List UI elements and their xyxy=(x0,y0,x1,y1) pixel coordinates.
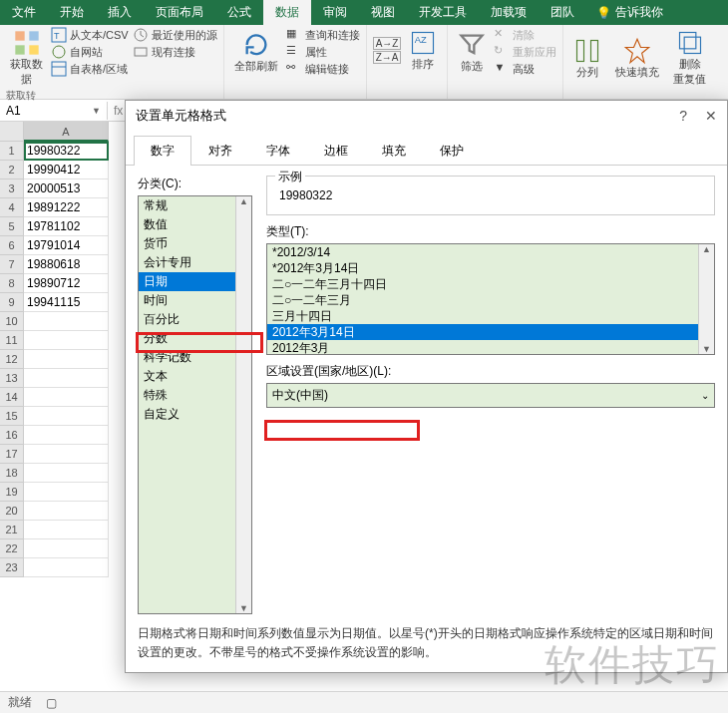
cell[interactable] xyxy=(24,350,109,369)
row-header[interactable]: 16 xyxy=(0,426,24,445)
col-header[interactable]: A xyxy=(24,122,109,142)
cell[interactable]: 19890712 xyxy=(24,274,109,293)
row-header[interactable]: 7 xyxy=(0,255,24,274)
category-list[interactable]: 常规数值货币会计专用日期时间百分比分数科学记数文本特殊自定义▲▼ xyxy=(138,195,252,614)
namebox-dropdown-icon[interactable]: ▼ xyxy=(92,106,101,116)
type-item[interactable]: 2012年3月 xyxy=(267,340,714,355)
row-header[interactable]: 21 xyxy=(0,521,24,539)
ribbon-tab-1[interactable]: 开始 xyxy=(48,0,96,25)
row-header[interactable]: 9 xyxy=(0,293,24,312)
properties[interactable]: ☰属性 xyxy=(286,44,360,60)
edit-links[interactable]: ⚯编辑链接 xyxy=(286,61,360,77)
tell-me[interactable]: 💡告诉我你 xyxy=(596,0,663,25)
ribbon-tab-10[interactable]: 团队 xyxy=(539,0,586,25)
row-header[interactable]: 17 xyxy=(0,445,24,464)
ribbon-tab-2[interactable]: 插入 xyxy=(96,0,144,25)
cell[interactable]: 19880618 xyxy=(24,255,109,274)
row-header[interactable]: 18 xyxy=(0,464,24,483)
filter-button[interactable]: 筛选 xyxy=(454,27,490,77)
cell[interactable] xyxy=(24,521,109,539)
recent-sources[interactable]: 最近使用的源 xyxy=(133,27,217,43)
locale-select[interactable]: 中文(中国) ⌄ xyxy=(266,383,715,408)
row-header[interactable]: 3 xyxy=(0,179,24,198)
remove-dup[interactable]: 删除 重复值 xyxy=(669,27,710,89)
row-header[interactable]: 11 xyxy=(0,331,24,350)
close-button[interactable]: ✕ xyxy=(705,108,717,124)
row-header[interactable]: 13 xyxy=(0,369,24,388)
category-scrollbar[interactable]: ▲▼ xyxy=(235,196,251,613)
cell[interactable] xyxy=(24,388,109,407)
type-item[interactable]: 二○一二年三月 xyxy=(267,292,714,308)
row-header[interactable]: 15 xyxy=(0,407,24,426)
type-item[interactable]: 2012年3月14日 xyxy=(267,324,714,340)
help-button[interactable]: ? xyxy=(679,108,687,124)
get-data-button[interactable]: 获取数 据 xyxy=(6,27,47,89)
type-item[interactable]: 三月十四日 xyxy=(267,308,714,324)
clear-filter[interactable]: ✕清除 xyxy=(494,27,556,43)
row-header[interactable]: 22 xyxy=(0,539,24,558)
cell[interactable]: 19891222 xyxy=(24,198,109,217)
row-header[interactable]: 23 xyxy=(0,558,24,577)
type-item[interactable]: *2012/3/14 xyxy=(267,244,714,260)
type-list[interactable]: *2012/3/14*2012年3月14日二○一二年三月十四日二○一二年三月三月… xyxy=(266,243,715,355)
dialog-tab-4[interactable]: 填充 xyxy=(365,136,423,166)
cell[interactable]: 19941115 xyxy=(24,293,109,312)
cell[interactable] xyxy=(24,445,109,464)
row-header[interactable]: 5 xyxy=(0,217,24,236)
cell[interactable] xyxy=(24,464,109,483)
dialog-tab-0[interactable]: 数字 xyxy=(134,136,191,166)
ribbon-tab-6[interactable]: 审阅 xyxy=(311,0,359,25)
existing-conn[interactable]: 现有连接 xyxy=(133,44,217,60)
cell[interactable]: 19791014 xyxy=(24,236,109,255)
text-to-cols[interactable]: 分列 xyxy=(569,27,605,89)
ribbon-tab-5[interactable]: 数据 xyxy=(263,0,311,25)
type-scrollbar[interactable]: ▲▼ xyxy=(698,244,714,354)
row-header[interactable]: 1 xyxy=(0,142,24,161)
ribbon-tab-8[interactable]: 开发工具 xyxy=(407,0,479,25)
type-item[interactable]: *2012年3月14日 xyxy=(267,260,714,276)
refresh-all-button[interactable]: 全部刷新 xyxy=(230,27,282,77)
row-header[interactable]: 4 xyxy=(0,198,24,217)
row-header[interactable]: 19 xyxy=(0,483,24,502)
ribbon-tab-0[interactable]: 文件 xyxy=(0,0,48,25)
flash-fill[interactable]: 快速填充 xyxy=(611,27,663,89)
ribbon-tab-9[interactable]: 加载项 xyxy=(479,0,539,25)
row-header[interactable]: 14 xyxy=(0,388,24,407)
cell[interactable] xyxy=(24,407,109,426)
cell[interactable]: 20000513 xyxy=(24,179,109,198)
sort-za[interactable]: Z→A xyxy=(373,51,402,64)
row-header[interactable]: 10 xyxy=(0,312,24,331)
dialog-tab-3[interactable]: 边框 xyxy=(307,136,365,166)
row-header[interactable]: 6 xyxy=(0,236,24,255)
ribbon-tab-3[interactable]: 页面布局 xyxy=(144,0,215,25)
sort-button[interactable]: AZ 排序 xyxy=(405,27,441,74)
dialog-tab-1[interactable]: 对齐 xyxy=(191,136,249,166)
reapply[interactable]: ↻重新应用 xyxy=(494,44,556,60)
sort-az[interactable]: A→Z xyxy=(373,37,402,50)
cell[interactable]: 19980322 xyxy=(24,142,109,161)
name-box[interactable]: A1 ▼ xyxy=(0,102,108,120)
from-web[interactable]: 自网站 xyxy=(51,44,129,60)
cell[interactable] xyxy=(24,483,109,502)
cell[interactable]: 19990412 xyxy=(24,161,109,179)
queries-conn[interactable]: ▦查询和连接 xyxy=(286,27,360,43)
cell[interactable] xyxy=(24,331,109,350)
cell[interactable] xyxy=(24,312,109,331)
ribbon-tab-7[interactable]: 视图 xyxy=(359,0,407,25)
dialog-tab-2[interactable]: 字体 xyxy=(249,136,307,166)
cell[interactable] xyxy=(24,558,109,577)
dialog-tab-5[interactable]: 保护 xyxy=(423,136,481,166)
type-item[interactable]: 二○一二年三月十四日 xyxy=(267,276,714,292)
cell[interactable] xyxy=(24,369,109,388)
row-header[interactable]: 2 xyxy=(0,161,24,179)
cell[interactable] xyxy=(24,426,109,445)
advanced-filter[interactable]: ▼高级 xyxy=(494,61,556,77)
select-all-corner[interactable] xyxy=(0,122,24,142)
status-rec-icon[interactable]: ▢ xyxy=(46,696,57,710)
ribbon-tab-4[interactable]: 公式 xyxy=(215,0,263,25)
from-table[interactable]: 自表格/区域 xyxy=(51,61,129,77)
row-header[interactable]: 12 xyxy=(0,350,24,369)
cell[interactable] xyxy=(24,502,109,521)
row-header[interactable]: 20 xyxy=(0,502,24,521)
row-header[interactable]: 8 xyxy=(0,274,24,293)
